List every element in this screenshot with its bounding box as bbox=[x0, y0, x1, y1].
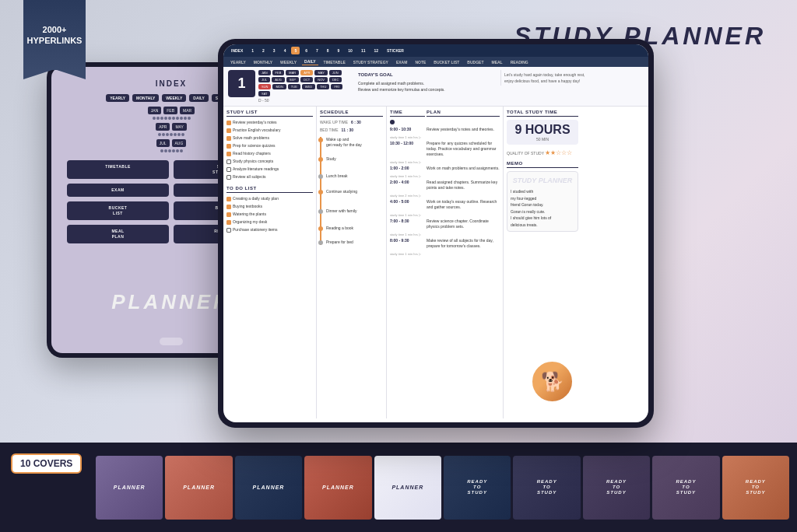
month-may[interactable]: MAY bbox=[172, 123, 186, 131]
study-plan-column: TIME PLAN 9:00 - 10:30 Review yesterday'… bbox=[387, 107, 504, 418]
checkbox-2[interactable] bbox=[226, 128, 231, 133]
checkbox-5[interactable] bbox=[226, 152, 231, 156]
cover-thumb-4[interactable]: PLANNER bbox=[304, 456, 371, 520]
day-sun[interactable]: SUN bbox=[258, 84, 271, 89]
nav-exam-r[interactable]: EXAM bbox=[394, 59, 409, 65]
nav-sticker-right[interactable]: STICKER bbox=[384, 47, 407, 54]
month-jan-r[interactable]: JAN bbox=[258, 70, 271, 75]
nav-4[interactable]: 4 bbox=[281, 47, 290, 54]
cover-thumb-1[interactable]: PLANNER bbox=[96, 456, 163, 520]
checkbox-3[interactable] bbox=[226, 136, 231, 141]
cover-thumb-7[interactable]: READYTOSTUDY bbox=[513, 456, 580, 520]
todo-checkbox-2[interactable] bbox=[226, 205, 231, 209]
checkbox-8[interactable] bbox=[226, 175, 231, 180]
nav-reading-r[interactable]: READING bbox=[508, 59, 531, 65]
nav-index[interactable]: INDEX bbox=[228, 47, 246, 54]
banner-line1: 2000+ bbox=[43, 24, 67, 35]
nav-5[interactable]: 5 bbox=[291, 47, 300, 54]
nav-9[interactable]: 9 bbox=[335, 47, 343, 54]
index-bucket-list[interactable]: BUCKETLIST bbox=[67, 201, 169, 220]
nav-budget-r[interactable]: BUDGET bbox=[465, 59, 486, 65]
month-oct-r[interactable]: OCT bbox=[300, 77, 313, 82]
todo-checkbox-3[interactable] bbox=[226, 212, 231, 217]
nav-11[interactable]: 11 bbox=[358, 47, 369, 54]
day-tue[interactable]: TUE bbox=[288, 84, 300, 89]
nav-bucket-list-r[interactable]: BUCKET LIST bbox=[431, 59, 462, 65]
d-counter: D - 50 bbox=[258, 98, 352, 103]
nav-timetable-r[interactable]: TIMETABLE bbox=[321, 59, 348, 65]
nav-yearly-r[interactable]: YEARLY bbox=[228, 59, 248, 65]
index-meal-plan[interactable]: MEALPLAN bbox=[67, 225, 169, 243]
month-may-r[interactable]: MAY bbox=[314, 70, 327, 75]
month-feb[interactable]: FEB bbox=[163, 107, 177, 114]
study-item-4: Prep for science quizzes bbox=[226, 143, 313, 149]
day-thu[interactable]: THU bbox=[317, 84, 329, 89]
bed-label: BED TIME bbox=[320, 128, 339, 132]
month-jun-r[interactable]: JUN bbox=[329, 70, 342, 75]
month-jan[interactable]: JAN bbox=[148, 107, 161, 114]
nav-note-r[interactable]: NOTE bbox=[413, 59, 428, 65]
cover-thumb-9[interactable]: READYTOSTUDY bbox=[652, 456, 719, 520]
index-timetable[interactable]: TIMETABLE bbox=[67, 160, 169, 179]
cover-thumb-8[interactable]: READYTOSTUDY bbox=[583, 456, 650, 520]
cover-thumb-3[interactable]: PLANNER bbox=[235, 456, 302, 520]
checkbox-6[interactable] bbox=[226, 159, 231, 164]
nav-3[interactable]: 3 bbox=[270, 47, 279, 54]
month-feb-r[interactable]: FEB bbox=[272, 70, 285, 75]
nav-1[interactable]: 1 bbox=[248, 47, 257, 54]
nav-daily[interactable]: DAILY bbox=[189, 94, 209, 102]
todo-checkbox-5[interactable] bbox=[226, 228, 231, 233]
checkbox-7[interactable] bbox=[226, 167, 231, 172]
month-apr[interactable]: APR bbox=[156, 123, 170, 131]
plan-row-6-meta: study time 1 min hrs ▷ bbox=[390, 233, 500, 236]
nav-2[interactable]: 2 bbox=[259, 47, 268, 54]
month-dec-r[interactable]: DEC bbox=[329, 77, 342, 82]
schedule-timeline: Wake up andget ready for the day Study L… bbox=[320, 137, 383, 245]
nav-10[interactable]: 10 bbox=[345, 47, 356, 54]
month-aug-r[interactable]: AUG bbox=[272, 77, 285, 82]
month-sep-r[interactable]: SEP bbox=[286, 77, 299, 82]
day-fri[interactable]: FRI bbox=[331, 84, 342, 89]
sched-row-2: Study bbox=[326, 156, 383, 162]
month-mar-r[interactable]: MAR bbox=[286, 70, 299, 75]
nav-8[interactable]: 8 bbox=[324, 47, 332, 54]
nav-study-strategy-r[interactable]: STUDY STRATEGY bbox=[351, 59, 391, 65]
nav-7[interactable]: 7 bbox=[313, 47, 321, 54]
month-jul[interactable]: JUL bbox=[156, 139, 170, 147]
cover-thumb-5[interactable]: PLANNER bbox=[374, 456, 441, 520]
nav-weekly[interactable]: WEEKLY bbox=[162, 94, 186, 102]
nav-monthly[interactable]: MONTHLY bbox=[132, 94, 159, 102]
home-button-left[interactable] bbox=[160, 338, 183, 345]
nav-12[interactable]: 12 bbox=[370, 47, 381, 54]
nav-6[interactable]: 6 bbox=[302, 47, 311, 54]
index-exam[interactable]: EXAM bbox=[67, 184, 169, 197]
cover-strip: 10 COVERS PLANNER PLANNER PLANNER PLANNE… bbox=[0, 443, 797, 532]
cover-thumb-6[interactable]: READYTOSTUDY bbox=[444, 456, 511, 520]
nav-monthly-r[interactable]: MONTHLY bbox=[251, 59, 275, 65]
day-sat[interactable]: SAT bbox=[258, 91, 270, 96]
total-study-title: TOTAL STUDY TIME bbox=[507, 110, 578, 117]
cover-thumb-10[interactable]: READYTOSTUDY bbox=[722, 456, 789, 520]
month-mar[interactable]: MAR bbox=[180, 107, 195, 114]
month-apr-r[interactable]: APR bbox=[300, 70, 313, 75]
month-nov-r[interactable]: NOV bbox=[314, 77, 328, 82]
banner-line2: HYPERLINKS bbox=[27, 35, 83, 46]
nav-yearly[interactable]: YEARLY bbox=[106, 94, 129, 102]
study-item-8: Review all subjects bbox=[226, 174, 313, 180]
hyperlinks-banner: 2000+ HYPERLINKS bbox=[23, 0, 86, 70]
cover-thumb-2[interactable]: PLANNER bbox=[165, 456, 232, 520]
study-list-title: STUDY LIST bbox=[226, 110, 313, 117]
nav-weekly-r[interactable]: WEEKLY bbox=[278, 59, 299, 65]
checkbox-1[interactable] bbox=[226, 121, 231, 125]
day-wed[interactable]: WED bbox=[302, 84, 315, 89]
month-jul-r[interactable]: JUL bbox=[258, 77, 270, 82]
todo-checkbox-4[interactable] bbox=[226, 220, 231, 225]
checkbox-4[interactable] bbox=[226, 144, 231, 149]
nav-daily-r[interactable]: DAILY bbox=[302, 58, 318, 65]
month-aug[interactable]: AUG bbox=[172, 139, 187, 147]
nav-meal-r[interactable]: MEAL bbox=[489, 59, 504, 65]
day-mon[interactable]: MON bbox=[272, 84, 286, 89]
study-item-3: Solve math problems bbox=[226, 135, 313, 141]
todo-item-5: Purchase stationery items bbox=[226, 227, 313, 233]
todo-checkbox-1[interactable] bbox=[226, 197, 231, 201]
